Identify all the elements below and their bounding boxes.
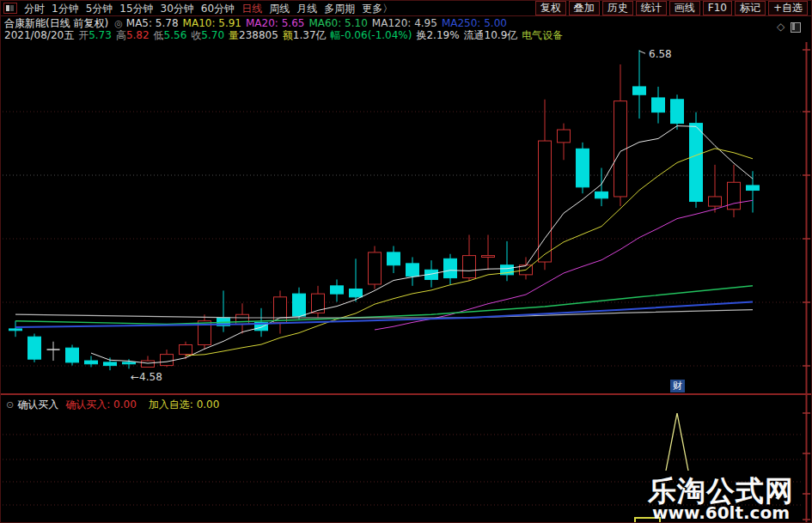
- period-menubar: 分时1分钟5分钟15分钟30分钟60分钟日线周线月线多周期更多〉 复权叠加历史统…: [1, 1, 811, 16]
- circle-icon[interactable]: ⊙: [6, 399, 14, 410]
- candle-39[interactable]: [747, 171, 760, 212]
- candle-11[interactable]: [217, 290, 230, 331]
- detail-value: 5.73: [89, 29, 112, 41]
- menu-item-60分钟[interactable]: 60分钟: [201, 2, 235, 15]
- detail-label: 流通: [464, 29, 485, 41]
- toolbar-button-统计[interactable]: 统计: [636, 1, 667, 15]
- candlestick-chart[interactable]: 6.58←4.58: [1, 42, 812, 394]
- indicator-values: 确认买入: 0.00加入自选: 0.00: [65, 398, 231, 412]
- detail-value: 5.82: [126, 29, 150, 41]
- panel-toggle-icon[interactable]: [791, 22, 801, 33]
- toolbar-button-画线[interactable]: 画线: [669, 1, 700, 15]
- candle-3[interactable]: [66, 344, 79, 365]
- detail-value: 238805: [239, 29, 278, 41]
- candle-8[interactable]: [161, 350, 174, 367]
- detail-field: 收5.70: [191, 28, 224, 43]
- candle-19[interactable]: [369, 246, 382, 289]
- candle-9[interactable]: [180, 342, 192, 359]
- candle-24[interactable]: [463, 234, 476, 281]
- candle-14[interactable]: [274, 290, 287, 333]
- detail-label: 高: [116, 29, 126, 41]
- menu-item-更多〉[interactable]: 更多〉: [362, 2, 393, 15]
- detail-label: 换: [416, 29, 426, 41]
- candle-21[interactable]: [406, 257, 419, 285]
- candle-34[interactable]: [652, 87, 665, 124]
- candle-30[interactable]: [577, 143, 589, 193]
- candle-15[interactable]: [293, 288, 306, 319]
- watermark-url: www.60lt.com: [648, 504, 794, 522]
- candle-29[interactable]: [558, 124, 571, 161]
- candle-18[interactable]: [350, 258, 363, 301]
- menu-item-日线[interactable]: 日线: [241, 2, 262, 15]
- ohlc-detail-row: 2021/08/20五开5.73高5.82低5.56收5.70量238805额1…: [4, 29, 567, 41]
- high-price-label: 6.58: [649, 48, 672, 60]
- detail-label: 量: [229, 29, 239, 41]
- detail-value: 1.37亿: [293, 29, 327, 41]
- main-chart-panel[interactable]: 6.58←4.58 财: [1, 42, 812, 394]
- candle-0[interactable]: [9, 321, 22, 338]
- candle-23[interactable]: [444, 254, 457, 284]
- detail-value: 2.19%: [426, 29, 459, 41]
- ma-line-MA5: [91, 126, 753, 363]
- menu-item-分时[interactable]: 分时: [24, 2, 45, 15]
- indicator-name: 确认买入: [17, 398, 58, 412]
- detail-value: 5.56: [164, 29, 187, 41]
- menu-item-15分钟[interactable]: 15分钟: [119, 2, 153, 15]
- candle-13[interactable]: [255, 308, 268, 337]
- candle-5[interactable]: [104, 357, 117, 370]
- toolbar-button-历史[interactable]: 历史: [602, 1, 633, 15]
- menu-item-1分钟[interactable]: 1分钟: [52, 2, 79, 15]
- candle-16[interactable]: [312, 286, 325, 318]
- watermark: 乐淘公式网 www.60lt.com: [648, 478, 794, 522]
- stock-app-window: 分时1分钟5分钟15分钟30分钟60分钟日线周线月线多周期更多〉 复权叠加历史统…: [0, 0, 812, 523]
- detail-value: 电气设备: [522, 29, 563, 41]
- detail-label: 低: [154, 29, 164, 41]
- detail-field: 高5.82: [116, 28, 150, 43]
- detail-field: 电气设备: [522, 28, 563, 43]
- detail-value: -0.06(-1.04%): [341, 29, 412, 41]
- toolbar-buttons: 复权叠加历史统计画线F10标记+自选: [533, 1, 811, 15]
- indicator-header: ⊙ 确认买入 确认买入: 0.00加入自选: 0.00: [4, 398, 231, 412]
- candle-10[interactable]: [198, 314, 211, 350]
- high-marker-arrow: [639, 51, 645, 53]
- toolbar-button-叠加[interactable]: 叠加: [569, 1, 600, 15]
- detail-field: 低5.56: [154, 28, 187, 43]
- indicator-field: 加入自选: 0.00: [149, 398, 220, 412]
- candle-27[interactable]: [520, 257, 533, 279]
- buy-signal-spike: [666, 413, 688, 471]
- candle-31[interactable]: [595, 168, 608, 207]
- candle-2[interactable]: [47, 342, 60, 361]
- menu-item-30分钟[interactable]: 30分钟: [161, 2, 194, 15]
- detail-field: 2021/08/20五: [4, 28, 74, 43]
- menu-item-周线[interactable]: 周线: [269, 2, 290, 15]
- window-icon[interactable]: [3, 3, 17, 14]
- toolbar-button-标记[interactable]: 标记: [735, 1, 766, 15]
- detail-label: 开: [78, 29, 89, 41]
- candle-12[interactable]: [236, 303, 249, 333]
- ma-line-MA60: [15, 286, 753, 325]
- diamond-icon[interactable]: ◇: [777, 21, 785, 33]
- low-price-label: ←4.58: [131, 371, 162, 383]
- candle-38[interactable]: [728, 165, 741, 217]
- detail-field: 流通10.9亿: [464, 28, 518, 43]
- candle-7[interactable]: [142, 356, 155, 367]
- candle-25[interactable]: [482, 234, 495, 270]
- candle-20[interactable]: [388, 246, 400, 273]
- candle-1[interactable]: [28, 334, 41, 362]
- candle-35[interactable]: [671, 94, 684, 130]
- candle-26[interactable]: [501, 241, 514, 281]
- detail-field: 额1.37亿: [283, 28, 327, 43]
- toolbar-button-+自选[interactable]: +自选: [768, 1, 808, 15]
- toolbar-button-F10[interactable]: F10: [703, 1, 732, 15]
- candle-33[interactable]: [633, 50, 646, 119]
- candle-17[interactable]: [331, 279, 344, 301]
- candle-37[interactable]: [709, 165, 722, 213]
- toolbar-button-复权[interactable]: 复权: [535, 1, 566, 15]
- finance-report-marker[interactable]: 财: [670, 380, 685, 392]
- indicator-panel[interactable]: ⊙ 确认买入 确认买入: 0.00加入自选: 0.00 乐淘公式网 www.60…: [1, 393, 812, 523]
- detail-field: 换2.19%: [416, 28, 459, 43]
- menu-item-多周期[interactable]: 多周期: [324, 2, 355, 15]
- menu-item-月线[interactable]: 月线: [296, 2, 317, 15]
- menu-item-5分钟[interactable]: 5分钟: [86, 2, 113, 15]
- candle-32[interactable]: [614, 64, 627, 206]
